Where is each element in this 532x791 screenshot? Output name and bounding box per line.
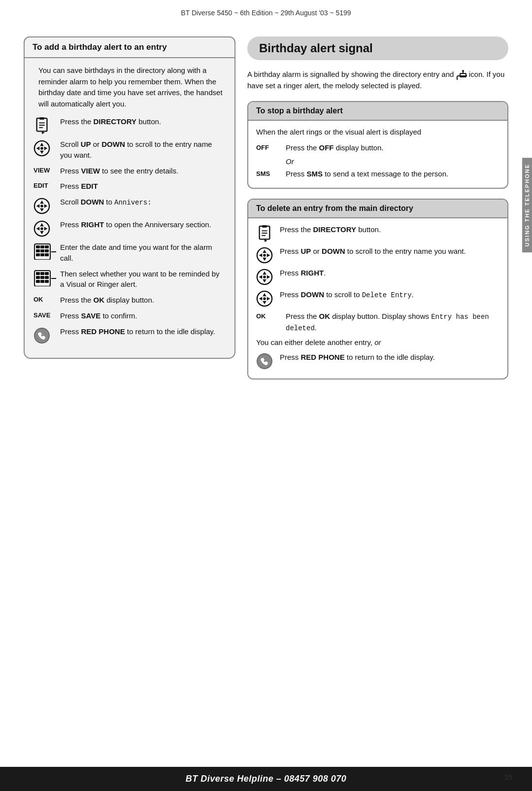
birthday-alert-title: Birthday alert signal <box>247 36 508 60</box>
view-label: VIEW <box>33 166 60 174</box>
add-birthday-box: To add a birthday alert to an entry You … <box>24 36 235 359</box>
keypad-alert-icon <box>33 269 60 286</box>
step-right-anniv-text: Press RIGHT to open the Anniversary sect… <box>60 219 226 230</box>
step-edit: EDIT Press EDIT <box>33 181 226 192</box>
sms-label: SMS <box>256 169 286 177</box>
add-birthday-intro: You can save birthdays in the directory … <box>33 65 226 109</box>
del-plain-text: You can either delete another entry, or <box>256 337 499 348</box>
del-down-icon <box>256 289 280 307</box>
step-enter-date: Enter the date and time you want for the… <box>33 242 226 264</box>
step-scroll-name-text: Scroll UP or DOWN to scroll to the entry… <box>60 139 226 161</box>
step-del-redphone-text: Press RED PHONE to return to the idle di… <box>280 352 499 363</box>
del-ok-label: OK <box>256 311 286 320</box>
stop-alert-title: To stop a birthday alert <box>248 102 507 121</box>
step-select-alert-text: Then select whether you want to be remin… <box>60 269 226 290</box>
step-redphone-left: Press RED PHONE to return to the idle di… <box>33 326 226 344</box>
off-label: OFF <box>256 142 286 151</box>
del-right-icon <box>256 268 280 285</box>
save-label: SAVE <box>33 310 60 319</box>
ok-label: OK <box>33 295 60 303</box>
step-view: VIEW Press VIEW to see the entry details… <box>33 166 226 176</box>
step-scroll-anniv-text: Scroll DOWN to Annivers: <box>60 197 226 207</box>
scroll-right-icon <box>33 219 60 237</box>
step-del-directory-text: Press the DIRECTORY button. <box>280 224 499 235</box>
step-ok-text: Press the OK display button. <box>60 295 226 306</box>
stop-alert-intro: When the alert rings or the visual alert… <box>256 127 499 138</box>
directory-icon <box>33 116 60 134</box>
delete-entry-box: To delete an entry from the main directo… <box>247 199 508 379</box>
keypad-date-icon <box>33 242 60 260</box>
del-scroll-ud-icon <box>256 246 280 264</box>
del-redphone-icon <box>256 352 280 370</box>
stop-alert-box: To stop a birthday alert When the alert … <box>247 101 508 189</box>
step-del-right: Press RIGHT. <box>256 268 499 285</box>
scroll-anniv-icon <box>33 197 60 214</box>
or-text: Or <box>286 157 499 166</box>
page-header: BT Diverse 5450 ~ 6th Edition ~ 29th Aug… <box>0 0 532 22</box>
step-del-ok-text: Press the OK display button. Display sho… <box>286 311 499 333</box>
step-save-text: Press SAVE to confirm. <box>60 310 226 321</box>
step-sms-text: Press SMS to send a text message to the … <box>286 169 499 179</box>
right-column: Birthday alert signal A birthday alarm i… <box>247 36 508 389</box>
page-number: 25 <box>504 773 512 781</box>
step-scroll-anniv: Scroll DOWN to Annivers: <box>33 197 226 214</box>
step-save: SAVE Press SAVE to confirm. <box>33 310 226 321</box>
step-ok: OK Press the OK display button. <box>33 295 226 306</box>
step-enter-date-text: Enter the date and time you want for the… <box>60 242 226 264</box>
scroll-icon <box>33 139 60 157</box>
step-del-redphone: Press RED PHONE to return to the idle di… <box>256 352 499 370</box>
step-directory-text: Press the DIRECTORY button. <box>60 116 226 127</box>
redphone-left-icon <box>33 326 60 344</box>
birthday-alert-intro: A birthday alarm is signalled by showing… <box>247 69 508 91</box>
step-directory: Press the DIRECTORY button. <box>33 116 226 134</box>
step-select-alert: Then select whether you want to be remin… <box>33 269 226 290</box>
step-off-text: Press the OFF display button. <box>286 142 499 153</box>
step-sms: SMS Press SMS to send a text message to … <box>256 169 499 179</box>
del-directory-icon <box>256 224 280 242</box>
step-right-anniv: Press RIGHT to open the Anniversary sect… <box>33 219 226 237</box>
step-view-text: Press VIEW to see the entry details. <box>60 166 226 176</box>
step-del-scroll-ud-text: Press UP or DOWN to scroll to the entry … <box>280 246 499 257</box>
step-del-ok: OK Press the OK display button. Display … <box>256 311 499 333</box>
step-redphone-left-text: Press RED PHONE to return to the idle di… <box>60 326 226 337</box>
delete-entry-title: To delete an entry from the main directo… <box>248 200 507 218</box>
step-del-right-text: Press RIGHT. <box>280 268 499 278</box>
add-birthday-title: To add a birthday alert to an entry <box>24 36 235 58</box>
left-column: To add a birthday alert to an entry You … <box>24 36 235 389</box>
step-del-down-text: Press DOWN to scroll to Delete Entry. <box>280 289 499 300</box>
bottom-bar: BT Diverse Helpline – 08457 908 070 <box>0 767 532 791</box>
step-off: OFF Press the OFF display button. <box>256 142 499 153</box>
edit-label: EDIT <box>33 181 60 189</box>
step-del-down: Press DOWN to scroll to Delete Entry. <box>256 289 499 307</box>
side-label: USING THE TELEPHONE <box>522 158 532 252</box>
step-del-scroll-ud: Press UP or DOWN to scroll to the entry … <box>256 246 499 264</box>
step-del-directory: Press the DIRECTORY button. <box>256 224 499 242</box>
step-scroll-name: Scroll UP or DOWN to scroll to the entry… <box>33 139 226 161</box>
step-edit-text: Press EDIT <box>60 181 226 192</box>
